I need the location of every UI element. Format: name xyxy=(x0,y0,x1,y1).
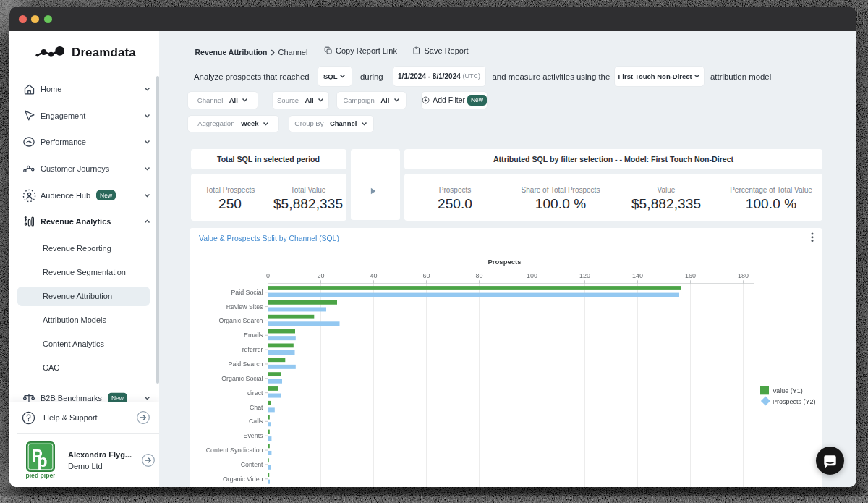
svg-text:Organic Video: Organic Video xyxy=(223,475,263,482)
svg-text:Calls: Calls xyxy=(249,418,263,425)
svg-text:140: 140 xyxy=(632,271,643,279)
svg-text:Organic Search: Organic Search xyxy=(218,317,263,324)
svg-text:Prospects: Prospects xyxy=(488,258,522,266)
svg-text:180: 180 xyxy=(738,271,749,279)
svg-text:referrer: referrer xyxy=(242,346,263,353)
svg-text:Content: Content xyxy=(241,461,263,468)
svg-text:Chat: Chat xyxy=(250,403,263,410)
svg-text:120: 120 xyxy=(579,271,590,279)
svg-text:Value & Prospects Split by Cha: Value & Prospects Split by Channel (SQL) xyxy=(199,234,339,242)
svg-text:Review Sites: Review Sites xyxy=(226,303,263,310)
svg-text:20: 20 xyxy=(317,271,324,279)
svg-text:Paid Search: Paid Search xyxy=(229,360,263,368)
svg-text:0: 0 xyxy=(266,271,270,279)
svg-text:Prospects (Y2): Prospects (Y2) xyxy=(773,397,816,405)
svg-text:p: p xyxy=(38,452,48,470)
svg-text:80: 80 xyxy=(475,271,482,279)
svg-text:100: 100 xyxy=(527,271,537,279)
svg-text:60: 60 xyxy=(422,271,430,279)
svg-text:pied piper: pied piper xyxy=(26,472,55,479)
svg-text:40: 40 xyxy=(370,271,377,279)
svg-text:direct: direct xyxy=(247,389,263,396)
svg-text:160: 160 xyxy=(685,271,696,279)
svg-text:Value (Y1): Value (Y1) xyxy=(773,386,803,394)
svg-text:Organic Social: Organic Social xyxy=(221,374,263,381)
svg-text:Content Syndication: Content Syndication xyxy=(206,447,263,454)
svg-text:Events: Events xyxy=(244,432,263,439)
svg-text:Emails: Emails xyxy=(244,331,263,339)
svg-text:Paid Social: Paid Social xyxy=(231,288,263,295)
